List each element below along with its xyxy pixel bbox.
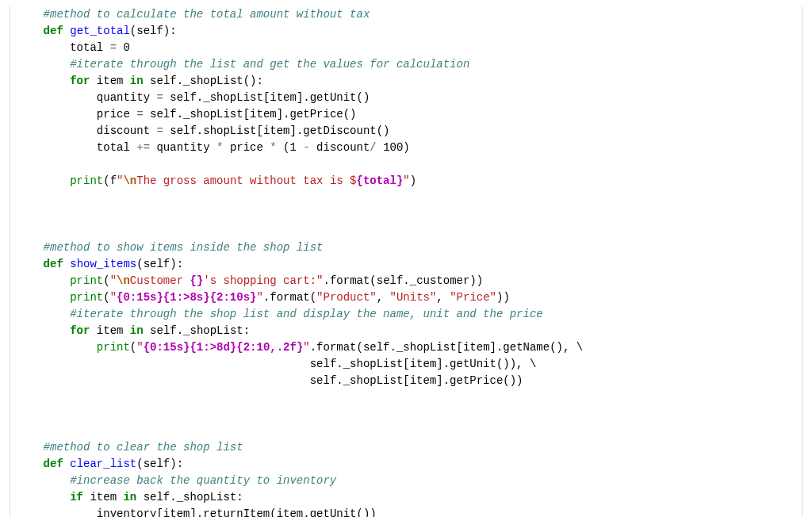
code: self.shopList[item].getDiscount() (163, 124, 390, 137)
kw-def: def (44, 25, 63, 37)
interp: {total} (357, 174, 404, 187)
code: self._shopList: (144, 324, 250, 337)
code: ( (103, 291, 109, 304)
code: , (436, 291, 450, 304)
str: Customer (130, 274, 190, 287)
kw-for: for (70, 324, 90, 337)
code: , (377, 291, 390, 304)
code: price (97, 108, 136, 121)
code: discount (97, 124, 157, 137)
str: " (136, 341, 143, 354)
escape: \n (123, 174, 136, 187)
func-name: show_items (70, 258, 136, 270)
code: .format(self._shopList[item].getName(), … (310, 341, 583, 354)
code: ( (103, 274, 109, 287)
code: self._shopList[item].getPrice() (144, 108, 357, 121)
code: .format(self._customer)) (324, 274, 484, 287)
code: self._shopList: (136, 491, 243, 504)
kw-def: def (44, 258, 63, 270)
escape: \n (117, 274, 130, 287)
code: )) (496, 291, 510, 304)
op: = (110, 41, 117, 54)
op: += (136, 141, 150, 154)
builtin-print: print (70, 291, 103, 304)
code: quantity (97, 91, 157, 104)
code: .format( (263, 291, 316, 304)
func-name: get_total (70, 25, 130, 37)
comment: #iterate through the shop list and displ… (70, 308, 543, 320)
kw-def: def (44, 458, 63, 470)
code: discount (310, 141, 370, 154)
func-name: clear_list (70, 458, 136, 470)
str: "Units" (390, 291, 437, 304)
str: "Product" (316, 291, 377, 304)
kw-in: in (130, 324, 144, 337)
builtin-print: print (70, 274, 103, 287)
builtin-print: print (70, 174, 103, 187)
str: " (256, 291, 262, 304)
code: price (223, 141, 270, 154)
op: - (303, 141, 309, 154)
comment: #method to show items inside the shop li… (44, 241, 324, 254)
kw-if: if (70, 491, 83, 504)
code: quantity (150, 141, 216, 154)
code: item (83, 491, 123, 504)
code: 100) (377, 141, 410, 154)
comment: #method to calculate the total amount wi… (44, 8, 370, 21)
op: = (156, 124, 163, 137)
code: self._shopList[item].getPrice()) (310, 374, 523, 387)
code: item (90, 75, 129, 87)
code-block: #method to calculate the total amount wi… (10, 6, 802, 517)
op: * (270, 141, 276, 154)
str: 's shopping cart:" (203, 274, 323, 287)
code: self._shopList[item].getUnit()), \ (310, 358, 537, 370)
str: "Price" (450, 291, 496, 304)
code: ( (130, 341, 136, 354)
code: inventory[item].returnItem(item.getUnit(… (97, 507, 377, 517)
code: (f (103, 174, 117, 187)
code: (1 (277, 141, 304, 154)
code: self._shopList[item].getUnit() (163, 91, 370, 104)
comment: #iterate through the list and get the va… (70, 58, 469, 71)
kw-for: for (70, 75, 90, 87)
str: " (110, 274, 117, 287)
str: " (403, 174, 409, 187)
builtin-print: print (97, 341, 130, 354)
str: The gross amount without tax is $ (136, 174, 356, 187)
code: 0 (117, 41, 130, 54)
kw-in: in (130, 75, 144, 87)
str: " (110, 291, 117, 304)
op: = (136, 108, 143, 121)
code: ) (410, 174, 416, 187)
comment: #increase back the quantity to inventory (70, 474, 336, 487)
op: = (156, 91, 163, 104)
params: (self): (130, 25, 177, 37)
params: (self): (136, 458, 183, 470)
params: (self): (136, 258, 183, 270)
op: / (370, 141, 376, 154)
interp: {} (190, 274, 203, 287)
code: total (97, 141, 136, 154)
str: " (303, 341, 309, 354)
code: item (90, 324, 129, 337)
comment: #method to clear the shop list (44, 441, 243, 454)
interp: {0:15s}{1:>8d}{2:10,.2f} (144, 341, 304, 354)
interp: {0:15s}{1:>8s}{2:10s} (117, 291, 256, 304)
code: total (70, 41, 109, 54)
code: self._shopList(): (144, 75, 263, 87)
kw-in: in (123, 491, 136, 504)
